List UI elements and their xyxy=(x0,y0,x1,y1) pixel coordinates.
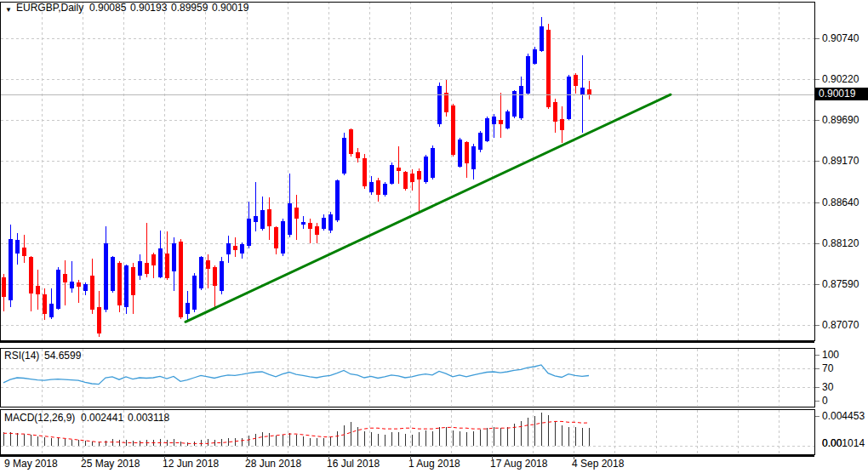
candle-body xyxy=(49,304,54,316)
rsi-value: 54.6599 xyxy=(44,350,81,362)
candle-body xyxy=(417,171,421,180)
candle-body xyxy=(580,88,585,94)
candle-body xyxy=(342,138,346,174)
candle-body xyxy=(485,118,489,141)
current-price-badge: 0.90019 xyxy=(815,88,868,100)
candle-body xyxy=(179,242,183,316)
price-axis-label: 0.89690 xyxy=(822,115,859,125)
price-axis-label: 0.87590 xyxy=(822,279,859,289)
candle-body xyxy=(9,239,13,299)
date-label: 17 Aug 2018 xyxy=(490,459,547,470)
ohlc-open: 0.90085 xyxy=(89,3,126,14)
candle-body xyxy=(397,168,401,171)
candle-body xyxy=(83,284,88,291)
candle-body xyxy=(192,276,197,310)
candle-body xyxy=(294,208,299,219)
candle-body xyxy=(546,30,551,107)
candle-body xyxy=(158,248,163,277)
price-axis-label: 0.90740 xyxy=(822,33,859,43)
date-label: 1 Aug 2018 xyxy=(408,459,460,470)
candle-body xyxy=(376,180,380,195)
candle-body xyxy=(444,93,448,112)
rsi-line xyxy=(3,365,589,385)
rsi-axis-label: 70 xyxy=(822,363,833,373)
chart-canvas[interactable] xyxy=(0,0,868,473)
candle-body xyxy=(56,270,60,308)
candle-body xyxy=(233,246,237,250)
rsi-axis-label: 100 xyxy=(822,350,839,360)
date-label: 12 Jun 2018 xyxy=(163,459,219,470)
price-axis-label: 0.88640 xyxy=(822,197,859,208)
candle-body xyxy=(97,307,101,333)
candle-body xyxy=(145,263,149,274)
candle-body xyxy=(335,180,340,220)
candle-body xyxy=(240,244,244,253)
candle-body xyxy=(151,254,156,265)
candle-body xyxy=(383,184,387,195)
candle-body xyxy=(22,248,26,256)
candle-body xyxy=(2,277,6,297)
candle-body xyxy=(560,119,564,130)
candle-body xyxy=(458,140,462,167)
chart-window: ▼ EURGBP,Daily 0.90085 0.90193 0.89959 0… xyxy=(0,0,868,473)
candle-body xyxy=(267,209,271,226)
candle-body xyxy=(587,89,591,94)
candle-body xyxy=(315,226,319,235)
candle-body xyxy=(111,257,115,291)
price-axis-label: 0.88120 xyxy=(822,238,859,248)
candle-body xyxy=(519,86,523,118)
date-label: 16 Jul 2018 xyxy=(327,459,380,470)
date-label: 4 Sep 2018 xyxy=(572,459,624,470)
candle-body xyxy=(288,203,292,235)
candle-body xyxy=(356,152,360,158)
candle-body xyxy=(206,260,210,269)
candle-body xyxy=(369,182,374,192)
candle-body xyxy=(247,219,251,246)
candle-body xyxy=(104,243,108,310)
macd-axis-label: 0.001014 xyxy=(822,438,865,448)
candle-body xyxy=(77,282,81,287)
candle-body xyxy=(172,243,176,271)
candle-body xyxy=(465,142,469,163)
candle-body xyxy=(533,49,537,64)
price-axis-label: 0.89170 xyxy=(822,156,859,166)
candle-body xyxy=(363,158,367,186)
date-label: 9 May 2018 xyxy=(4,459,58,470)
candle-body xyxy=(574,75,578,86)
candle-body xyxy=(199,257,203,288)
candle-body xyxy=(526,56,530,94)
candle-body xyxy=(499,120,503,124)
candle-body xyxy=(213,267,217,286)
symbol-title: EURGBP,Daily xyxy=(16,3,83,14)
candle-body xyxy=(260,210,265,229)
candle-body xyxy=(36,286,40,294)
ohlc-close: 0.90019 xyxy=(212,3,248,14)
candle-body xyxy=(254,216,258,222)
date-label: 25 May 2018 xyxy=(81,459,140,470)
candle-body xyxy=(505,111,510,128)
price-axis-label: 0.90220 xyxy=(822,74,859,84)
candle-body xyxy=(15,240,20,253)
candle-body xyxy=(328,214,333,231)
candle-body xyxy=(437,86,442,124)
candle-body xyxy=(124,265,128,307)
candle-body xyxy=(29,257,33,293)
candle-body xyxy=(43,294,47,314)
candle-body xyxy=(540,26,544,51)
candle-body xyxy=(90,276,94,310)
chart-menu-icon[interactable]: ▼ xyxy=(5,4,12,15)
candle-body xyxy=(567,77,571,119)
candle-body xyxy=(301,222,306,225)
candle-body xyxy=(403,172,408,189)
date-label: 28 Jun 2018 xyxy=(245,459,301,470)
candle-body xyxy=(63,274,67,282)
macd-label: MACD(12,26,9) xyxy=(4,413,75,424)
candle-body xyxy=(186,303,190,314)
candle-body xyxy=(349,129,353,154)
candle-body xyxy=(451,105,455,155)
candle-body xyxy=(138,261,142,276)
trendline[interactable] xyxy=(186,94,671,322)
rsi-axis-label: 0 xyxy=(822,396,828,406)
candle-body xyxy=(117,263,122,305)
candle-body xyxy=(226,243,231,254)
